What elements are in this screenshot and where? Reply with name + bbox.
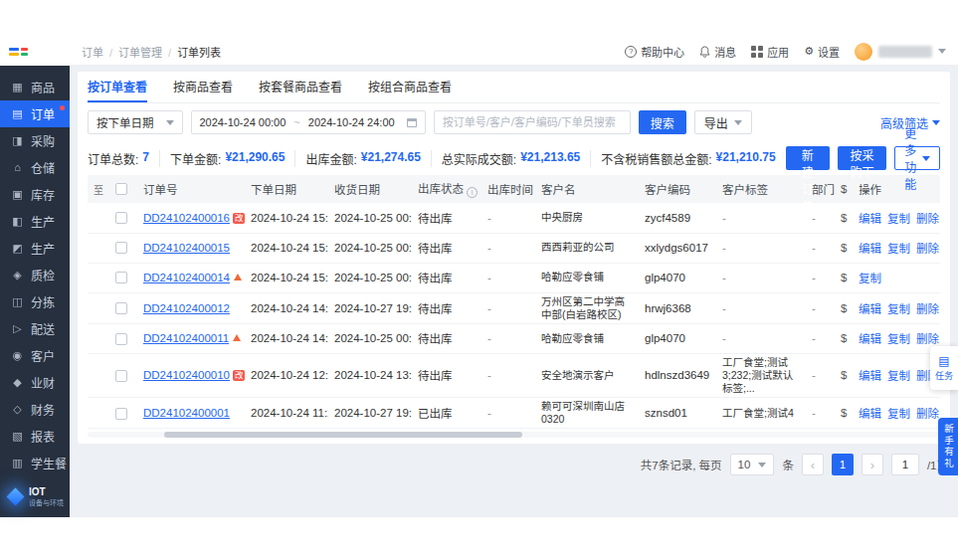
sidebar-item-qc[interactable]: ◈质检	[0, 262, 70, 288]
order-number-link[interactable]: DD24102400016	[143, 212, 230, 224]
copy-link[interactable]: 复制	[887, 213, 910, 225]
sidebar-item-reports[interactable]: ▧报表	[0, 423, 70, 450]
sidebar-item-delivery[interactable]: ▷配送	[0, 315, 70, 342]
order-number-link[interactable]: DD24102400010	[143, 369, 230, 381]
column-customer-code[interactable]: 客户编码	[639, 175, 716, 203]
sidebar-item-products[interactable]: ▦商品	[0, 74, 70, 100]
copy-link[interactable]: 复制	[887, 333, 910, 345]
page-root: ▦商品 ▤订单 ◨采购 ⌂仓储 ▣库存 ◧生产 ◩生产 ◈质检 ◫分拣 ▷配送 …	[0, 0, 958, 560]
sidebar-item-label: 财务	[31, 401, 55, 418]
prev-page-button[interactable]: ‹	[802, 454, 824, 475]
edit-link[interactable]: 编辑	[859, 408, 881, 420]
delete-link[interactable]: 删除	[916, 333, 939, 345]
edit-link[interactable]: 编辑	[859, 303, 881, 315]
table-row[interactable]: DD24102400015 2024-10-24 15:23 2024-10-2…	[88, 233, 940, 263]
delivery-icon: ▷	[11, 322, 24, 335]
delete-link[interactable]: 删除	[916, 408, 939, 420]
sidebar-item-purchase[interactable]: ◨采购	[0, 127, 70, 154]
next-page-button[interactable]: ›	[862, 454, 883, 475]
order-number-link[interactable]: DD24102400011	[143, 332, 229, 344]
settings-button[interactable]: ⚙设置	[804, 44, 840, 60]
export-button[interactable]: 导出	[694, 110, 752, 134]
select-all-checkbox[interactable]	[115, 183, 127, 195]
sidebar-item-inventory[interactable]: ▣库存	[0, 181, 70, 208]
page-jump-input[interactable]	[891, 454, 919, 475]
column-order-no[interactable]: 订单号	[137, 175, 245, 203]
iot-footer[interactable]: IOT 设备与环境	[0, 476, 70, 517]
sidebar-item-sorting[interactable]: ◫分拣	[0, 288, 70, 315]
task-panel-button[interactable]: ▤ 任务	[930, 346, 958, 390]
help-center-button[interactable]: ?帮助中心	[625, 44, 684, 60]
column-outbound-status[interactable]: 出库状态i	[412, 175, 481, 203]
copy-link[interactable]: 复制	[859, 273, 881, 284]
copy-link[interactable]: 复制	[887, 370, 910, 382]
table-row[interactable]: DD24102400012 2024-10-24 14:26 2024-10-2…	[88, 292, 940, 323]
current-page-button[interactable]: 1	[832, 454, 854, 475]
newbie-gift-button[interactable]: 新手有礼	[938, 418, 958, 475]
page-size-select[interactable]: 10	[730, 454, 775, 475]
table-row[interactable]: DD24102400014 2024-10-24 15:03 2024-10-2…	[88, 263, 940, 292]
column-outbound-time[interactable]: 出库时间	[481, 175, 535, 203]
edit-link[interactable]: 编辑	[859, 333, 881, 345]
pagination: 共7条记录, 每页 10 条 ‹ 1 › /1页	[78, 448, 950, 481]
copy-link[interactable]: 复制	[887, 408, 910, 420]
date-field-select[interactable]: 按下单日期	[88, 110, 183, 134]
app-logo[interactable]	[0, 38, 70, 66]
sidebar-item-production-2[interactable]: ◩生产	[0, 235, 70, 262]
delete-link[interactable]: 删除	[916, 243, 939, 255]
purchase-order-button[interactable]: 按采购下单	[838, 146, 886, 170]
customer-code: sznsd01	[639, 398, 716, 429]
date-range-picker[interactable]: 2024-10-24 00:00 ~ 2024-10-24 24:00	[191, 110, 426, 134]
row-checkbox[interactable]	[115, 408, 127, 420]
search-input[interactable]	[434, 110, 631, 134]
copy-link[interactable]: 复制	[887, 243, 910, 255]
sidebar-item-business-finance[interactable]: ◆业财	[0, 369, 70, 396]
row-checkbox[interactable]	[115, 242, 127, 254]
tab-by-product[interactable]: 按商品查看	[173, 72, 233, 102]
search-button[interactable]: 搜索	[639, 110, 686, 134]
row-checkbox[interactable]	[115, 333, 127, 345]
tab-by-order[interactable]: 按订单查看	[88, 72, 147, 102]
order-date: 2024-10-24 12:37	[245, 353, 328, 397]
edit-link[interactable]: 编辑	[859, 370, 881, 382]
bell-icon	[699, 46, 710, 58]
messages-button[interactable]: 消息	[699, 44, 736, 60]
column-order-date[interactable]: 下单日期	[245, 175, 328, 203]
more-functions-button[interactable]: 更多功能	[894, 146, 940, 170]
order-number-link[interactable]: DD24102400012	[143, 302, 230, 314]
row-checkbox[interactable]	[115, 370, 127, 382]
edit-link[interactable]: 编辑	[859, 213, 881, 225]
column-delivery-date[interactable]: 收货日期	[328, 175, 412, 203]
table-row[interactable]: DD24102400010改 2024-10-24 12:37 2024-10-…	[88, 353, 940, 397]
horizontal-scrollbar[interactable]	[88, 432, 940, 438]
order-number-link[interactable]: DD24102400014	[143, 272, 230, 283]
tab-by-set-meal-product[interactable]: 按套餐商品查看	[259, 72, 342, 102]
sidebar-item-warehouse[interactable]: ⌂仓储	[0, 154, 70, 181]
table-row[interactable]: DD24102400011 2024-10-24 14:21 2024-10-2…	[88, 323, 940, 353]
edit-link[interactable]: 编辑	[859, 243, 881, 255]
warning-icon	[234, 274, 242, 280]
row-checkbox[interactable]	[115, 212, 127, 224]
sidebar-item-customers[interactable]: ◉客户	[0, 342, 70, 369]
sidebar-item-finance[interactable]: ◇财务	[0, 396, 70, 423]
order-number-link[interactable]: DD24102400015	[143, 242, 230, 254]
sidebar-item-orders[interactable]: ▤订单	[0, 100, 70, 127]
delete-link[interactable]: 删除	[916, 303, 939, 315]
delete-link[interactable]: 删除	[916, 213, 939, 225]
row-checkbox[interactable]	[115, 302, 127, 314]
column-customer-name[interactable]: 客户名	[535, 175, 639, 203]
scrollbar-thumb[interactable]	[164, 432, 522, 438]
user-menu[interactable]	[855, 43, 946, 61]
breadcrumb-item[interactable]: 订单管理	[103, 44, 162, 60]
new-order-button[interactable]: 新建订单	[786, 146, 830, 170]
copy-link[interactable]: 复制	[887, 303, 910, 315]
breadcrumb-item[interactable]: 订单	[82, 44, 103, 60]
tab-by-combo-product[interactable]: 按组合商品查看	[368, 72, 452, 102]
column-customer-tag[interactable]: 客户标签	[716, 175, 806, 203]
sidebar-item-production-1[interactable]: ◧生产	[0, 208, 70, 235]
sidebar-item-student-meals[interactable]: ▥学生餐	[0, 450, 70, 476]
order-number-link[interactable]: DD24102400001	[143, 407, 230, 419]
apps-button[interactable]: 应用	[751, 44, 789, 60]
table-row[interactable]: DD24102400001 2024-10-24 11:24 2024-10-2…	[88, 398, 940, 429]
row-checkbox[interactable]	[115, 272, 127, 283]
